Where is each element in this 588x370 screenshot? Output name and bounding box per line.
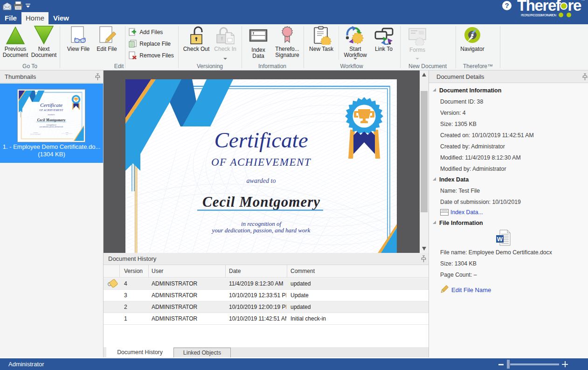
svg-text:W: W	[497, 236, 503, 243]
svg-text:OF ACHIEVEMENT: OF ACHIEVEMENT	[211, 156, 311, 168]
svg-text:PEOPLE PROCESS INFORMATION: PEOPLE PROCESS INFORMATION	[521, 14, 556, 17]
svg-text:your dedication, passion, and: your dedication, passion, and hard work	[211, 227, 311, 234]
svg-text:in recognition of: in recognition of	[241, 220, 283, 227]
svg-text:Cecil Montgomery: Cecil Montgomery	[202, 194, 320, 210]
svg-text:awarded to: awarded to	[247, 177, 276, 184]
svg-text:Certificate: Certificate	[214, 128, 308, 152]
